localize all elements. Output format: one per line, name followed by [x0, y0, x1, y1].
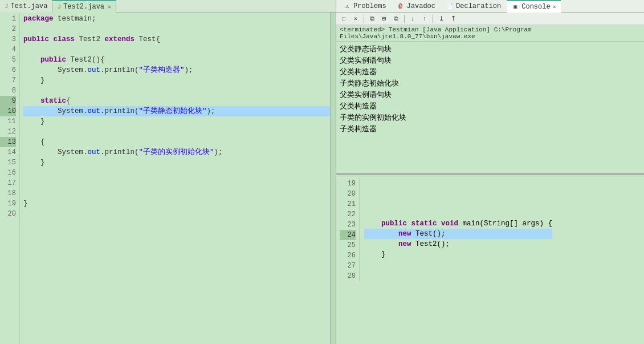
- code-line-20: [23, 209, 330, 219]
- lower-line-num-25: 25: [340, 240, 356, 250]
- console-output[interactable]: 父类静态语句块 父类实例语句块 父类构造器 子类静态初始化块 父类实例语句块 父…: [336, 42, 644, 173]
- toolbar-paste-button[interactable]: ⊟: [379, 14, 389, 24]
- java-file-icon-2: J: [57, 3, 61, 10]
- lower-line-numbers: 19 20 21 22 23 24 25 26 27 28: [340, 177, 360, 281]
- code-line-2: [23, 24, 330, 34]
- lower-code-line-23: public static void main(String[] args) {: [364, 218, 552, 229]
- line-num-16: 16: [0, 168, 16, 178]
- tab-test-java[interactable]: J Test.java: [0, 0, 52, 13]
- console-toolbar: ☐ ✕ ⧉ ⊟ ⧉ ↓ ↑ ⤓ ⤒: [336, 13, 644, 25]
- lower-code-lines: public static void main(String[] args) {…: [360, 177, 552, 281]
- tab-problems-label: Problems: [353, 2, 386, 10]
- code-line-7: }: [23, 75, 330, 86]
- console-line-7: 子类的实例初始化块: [340, 112, 641, 124]
- editor-scrollbar[interactable]: [330, 13, 336, 344]
- code-line-16: [23, 168, 330, 178]
- tab-problems[interactable]: ⚠ Problems: [339, 0, 391, 13]
- lower-code-line-26: }: [364, 249, 552, 260]
- console-line-8: 子类构造器: [340, 124, 641, 135]
- line-num-12: 12: [0, 127, 16, 137]
- console-lower-code[interactable]: 19 20 21 22 23 24 25 26 27 28: [336, 175, 644, 344]
- toolbar-separator-3: [433, 15, 433, 23]
- lower-code-line-21: [364, 198, 552, 208]
- lower-code-line-22: [364, 208, 552, 218]
- lower-line-num-20: 20: [340, 189, 356, 199]
- right-content: <terminated> Testmian [Java Application]…: [336, 25, 644, 344]
- tab-declaration[interactable]: 📄 Declaration: [441, 0, 506, 13]
- line-num-7: 7: [0, 75, 16, 86]
- close-console-tab-button[interactable]: ✕: [553, 3, 556, 10]
- line-num-8: 8: [0, 86, 16, 96]
- code-line-1: package testmain;: [23, 14, 330, 24]
- tab-console-label: Console: [521, 3, 550, 11]
- close-tab-button[interactable]: ✕: [108, 3, 111, 10]
- toolbar-separator-1: [364, 15, 364, 23]
- line-numbers: 1 2 3 4 5 6 7 8 9 10 11 12 13 14 15 16 1…: [0, 13, 20, 344]
- code-line-3: public class Test2 extends Test{: [23, 34, 330, 44]
- tab-test2-java[interactable]: J Test2.java ✕: [52, 0, 116, 13]
- code-line-9: static{: [23, 96, 330, 106]
- code-line-6: System.out.println("子类构造器");: [23, 65, 330, 75]
- console-header-text: <terminated> Testmian [Java Application]…: [340, 26, 532, 40]
- code-line-10: System.out.println("子类静态初始化块");: [23, 106, 330, 116]
- toolbar-copy-button[interactable]: ⧉: [367, 14, 377, 24]
- editor-content: 1 2 3 4 5 6 7 8 9 10 11 12 13 14 15 16 1…: [0, 13, 336, 344]
- tab-console[interactable]: ▣ Console ✕: [507, 0, 560, 13]
- console-line-4: 子类静态初始化块: [340, 78, 641, 90]
- console-line-3: 父类构造器: [340, 67, 641, 78]
- lower-code-line-25: new Test2();: [364, 239, 552, 249]
- code-line-11: }: [23, 116, 330, 127]
- lower-code-line-20: [364, 188, 552, 198]
- line-num-2: 2: [0, 24, 16, 34]
- console-icon: ▣: [511, 3, 519, 11]
- tab-test2-java-label: Test2.java: [63, 3, 104, 11]
- toolbar-terminate-button[interactable]: ✕: [350, 14, 361, 24]
- code-line-15: }: [23, 157, 330, 168]
- code-line-17: [23, 178, 330, 188]
- line-num-19: 19: [0, 199, 16, 209]
- line-num-5: 5: [0, 55, 16, 65]
- lower-line-num-19: 19: [340, 179, 356, 189]
- lower-line-num-28: 28: [340, 271, 356, 281]
- line-num-1: 1: [0, 14, 16, 24]
- line-num-11: 11: [0, 116, 16, 127]
- toolbar-pin-button[interactable]: ⤓: [436, 14, 446, 24]
- lower-code-line-27: [364, 260, 552, 270]
- toolbar-scroll-up-button[interactable]: ↑: [419, 14, 430, 24]
- code-line-4: [23, 44, 330, 55]
- line-num-9: 9: [0, 96, 16, 106]
- code-line-18: [23, 188, 330, 199]
- line-num-10: 10: [0, 106, 16, 116]
- lower-line-num-22: 22: [340, 209, 356, 220]
- code-area[interactable]: package testmain; public class Test2 ext…: [20, 13, 330, 344]
- console-line-1: 父类静态语句块: [340, 44, 641, 55]
- java-file-icon: J: [5, 3, 9, 10]
- toolbar-scroll-down-button[interactable]: ↓: [407, 14, 418, 24]
- toolbar-unpin-button[interactable]: ⤒: [448, 14, 458, 24]
- lower-line-num-23: 23: [340, 220, 356, 230]
- console-header: <terminated> Testmian [Java Application]…: [336, 25, 644, 42]
- lower-code-area: 19 20 21 22 23 24 25 26 27 28: [340, 177, 641, 281]
- lower-code-line-19: [364, 177, 552, 188]
- toolbar-wrap-button[interactable]: ⧉: [391, 14, 401, 24]
- line-num-6: 6: [0, 65, 16, 75]
- line-num-18: 18: [0, 188, 16, 199]
- editor-panel: J Test.java J Test2.java ✕ 1 2 3 4 5 6 7…: [0, 0, 336, 344]
- line-num-20: 20: [0, 209, 16, 219]
- tab-javadoc[interactable]: @ Javadoc: [392, 0, 440, 13]
- lower-line-num-24: 24: [340, 230, 356, 240]
- line-num-4: 4: [0, 44, 16, 55]
- console-line-2: 父类实例语句块: [340, 55, 641, 67]
- problems-icon: ⚠: [343, 2, 351, 10]
- code-line-5: public Test2(){: [23, 55, 330, 65]
- toolbar-clear-button[interactable]: ☐: [339, 14, 349, 24]
- code-line-13: {: [23, 137, 330, 147]
- code-line-14: System.out.println("子类的实例初始化块");: [23, 147, 330, 157]
- tab-declaration-label: Declaration: [456, 2, 501, 10]
- line-num-15: 15: [0, 157, 16, 168]
- lower-line-num-26: 26: [340, 250, 356, 261]
- code-line-12: [23, 127, 330, 137]
- tab-javadoc-label: Javadoc: [407, 2, 435, 10]
- console-line-5: 父类实例语句块: [340, 90, 641, 101]
- line-num-13: 13: [0, 137, 16, 147]
